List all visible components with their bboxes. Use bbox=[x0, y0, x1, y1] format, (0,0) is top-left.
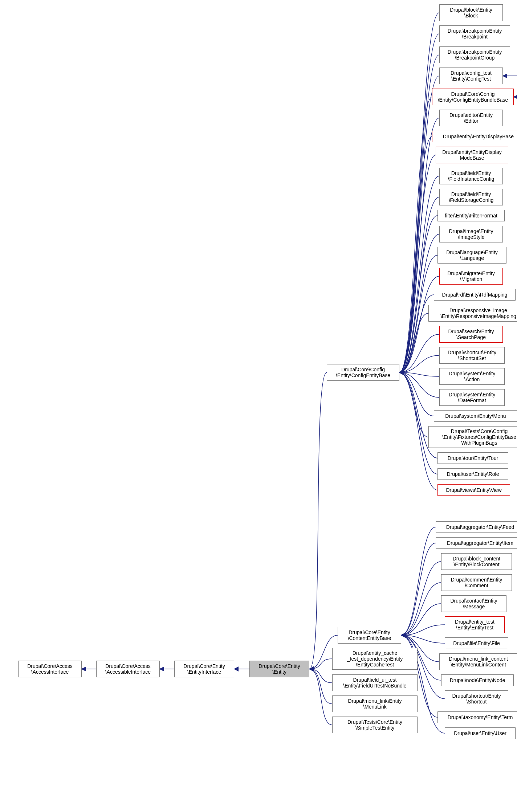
inheritance-edge bbox=[399, 176, 439, 372]
inheritance-edge bbox=[399, 136, 432, 372]
class-node-Item[interactable]: Drupal\aggregator\Entity\Item bbox=[436, 537, 517, 549]
inheritance-edge bbox=[399, 118, 439, 372]
class-node-AccessInterface[interactable]: Drupal\Core\Access \AccessInterface bbox=[18, 661, 82, 677]
class-node-DateFormat[interactable]: Drupal\system\Entity \DateFormat bbox=[439, 389, 505, 406]
inheritance-edge bbox=[399, 197, 439, 372]
class-node-Role[interactable]: Drupal\user\Entity\Role bbox=[437, 468, 508, 480]
inheritance-edge bbox=[399, 276, 439, 372]
class-node-User[interactable]: Drupal\user\Entity\User bbox=[445, 727, 516, 739]
inheritance-edge bbox=[309, 659, 332, 669]
class-node-FieldUITestNoBundle[interactable]: Drupal\field_ui_test \Entity\FieldUITest… bbox=[332, 674, 418, 691]
class-node-Message[interactable]: Drupal\contact\Entity \Message bbox=[441, 595, 506, 612]
class-node-ConfigEntityBundleBase[interactable]: Drupal\Core\Config \Entity\ConfigEntityB… bbox=[432, 89, 514, 105]
class-node-Term[interactable]: Drupal\taxonomy\Entity\Term bbox=[437, 711, 517, 723]
inheritance-edge bbox=[399, 34, 439, 372]
inheritance-edge bbox=[309, 669, 332, 725]
inheritance-edge bbox=[401, 604, 441, 635]
inheritance-edge bbox=[401, 527, 436, 635]
inheritance-edge bbox=[399, 372, 437, 474]
class-node-Tour[interactable]: Drupal\tour\Entity\Tour bbox=[437, 452, 508, 464]
class-node-ConfigTest[interactable]: Drupal\config_test \Entity\ConfigTest bbox=[439, 68, 503, 84]
inheritance-edge bbox=[399, 97, 432, 372]
class-node-BreakpointGroup[interactable]: Drupal\breakpoint\Entity \BreakpointGrou… bbox=[439, 46, 510, 63]
class-node-EntityCacheTest[interactable]: Drupal\entity_cache _test_dependency\Ent… bbox=[332, 648, 418, 670]
class-node-Menu[interactable]: Drupal\system\Entity\Menu bbox=[434, 410, 517, 422]
class-node-FilterFormat[interactable]: filter\Entity\FilterFormat bbox=[437, 210, 505, 221]
inheritance-edge bbox=[399, 313, 428, 372]
class-node-Comment[interactable]: Drupal\comment\Entity \Comment bbox=[441, 574, 512, 591]
class-node-Node[interactable]: Drupal\node\Entity\Node bbox=[441, 674, 514, 686]
class-node-MenuLink[interactable]: Drupal\menu_link\Entity \MenuLink bbox=[332, 695, 418, 712]
inheritance-edge bbox=[399, 234, 439, 372]
class-node-Action[interactable]: Drupal\system\Entity \Action bbox=[439, 368, 505, 385]
inheritance-edge bbox=[309, 669, 332, 704]
inheritance-edge bbox=[401, 625, 445, 635]
class-node-EntityDisplayModeBase[interactable]: Drupal\entity\EntityDisplay ModeBase bbox=[436, 147, 508, 163]
class-node-Block[interactable]: Drupal\block\Entity \Block bbox=[439, 4, 503, 21]
class-node-ShortcutSet[interactable]: Drupal\shortcut\Entity \ShortcutSet bbox=[439, 347, 505, 364]
class-node-AccessibleInterface[interactable]: Drupal\Core\Access \AccessibleInterface bbox=[96, 661, 160, 677]
class-node-MenuLinkContent[interactable]: Drupal\menu_link_content \Entity\MenuLin… bbox=[439, 653, 517, 670]
class-node-EntityInterface[interactable]: Drupal\Core\Entity \EntityInterface bbox=[174, 661, 234, 677]
inheritance-edge bbox=[309, 669, 332, 683]
inheritance-edge bbox=[399, 216, 437, 372]
class-node-ConfigEntityBaseWithPluginBags[interactable]: Drupal\Tests\Core\Config \Entity\Fixture… bbox=[428, 426, 517, 448]
class-node-Entity[interactable]: Drupal\Core\Entity \Entity bbox=[249, 661, 309, 677]
inheritance-edge bbox=[401, 583, 441, 635]
class-node-Editor[interactable]: Drupal\editor\Entity \Editor bbox=[439, 110, 503, 126]
inheritance-edge bbox=[399, 155, 436, 372]
class-node-ImageStyle[interactable]: Drupal\image\Entity \ImageStyle bbox=[439, 226, 503, 242]
diagram-canvas: Drupal\Core\Access \AccessInterfaceDrupa… bbox=[0, 0, 517, 812]
class-node-Breakpoint[interactable]: Drupal\breakpoint\Entity \Breakpoint bbox=[439, 25, 510, 42]
class-node-ConfigEntityBase[interactable]: Drupal\Core\Config \Entity\ConfigEntityB… bbox=[327, 364, 399, 381]
class-node-View[interactable]: Drupal\views\Entity\View bbox=[437, 484, 510, 496]
class-node-EntityDisplayBase[interactable]: Drupal\entity\EntityDisplayBase bbox=[432, 131, 517, 142]
inheritance-edge bbox=[401, 635, 445, 643]
class-node-SearchPage[interactable]: Drupal\search\Entity \SearchPage bbox=[439, 326, 503, 343]
inheritance-edge bbox=[399, 372, 439, 397]
inheritance-edge bbox=[401, 543, 436, 635]
class-node-SimpleTestEntity[interactable]: Drupal\Tests\Core\Entity \SimpleTestEnti… bbox=[332, 717, 418, 733]
class-node-Shortcut[interactable]: Drupal\shortcut\Entity \Shortcut bbox=[445, 690, 508, 707]
class-node-FieldInstanceConfig[interactable]: Drupal\field\Entity \FieldInstanceConfig bbox=[439, 168, 503, 184]
class-node-FieldStorageConfig[interactable]: Drupal\field\Entity \FieldStorageConfig bbox=[439, 189, 503, 205]
class-node-EntityTest[interactable]: Drupal\entity_test \Entity\EntityTest bbox=[445, 616, 505, 633]
inheritance-edge bbox=[401, 562, 441, 635]
inheritance-edge bbox=[399, 334, 439, 372]
inheritance-edge bbox=[399, 355, 439, 372]
class-node-ContentEntityBase[interactable]: Drupal\Core\Entity \ContentEntityBase bbox=[338, 627, 401, 644]
class-node-Migration[interactable]: Drupal\migrate\Entity \Migration bbox=[439, 268, 503, 285]
class-node-Feed[interactable]: Drupal\aggregator\Entity\Feed bbox=[436, 521, 517, 533]
class-node-ResponsiveImageMapping[interactable]: Drupal\responsive_image \Entity\Responsi… bbox=[428, 305, 517, 322]
class-node-File[interactable]: Drupal\file\Entity\File bbox=[445, 637, 508, 649]
inheritance-edge bbox=[399, 372, 434, 416]
inheritance-edge bbox=[399, 76, 439, 372]
inheritance-edge bbox=[309, 372, 327, 669]
class-node-BlockContent[interactable]: Drupal\block_content \Entity\BlockConten… bbox=[441, 553, 512, 570]
inheritance-edge bbox=[399, 372, 439, 376]
inheritance-edge bbox=[399, 372, 428, 437]
class-node-Language[interactable]: Drupal\language\Entity \Language bbox=[437, 247, 506, 264]
class-node-RdfMapping[interactable]: Drupal\rdf\Entity\RdfMapping bbox=[434, 289, 516, 301]
